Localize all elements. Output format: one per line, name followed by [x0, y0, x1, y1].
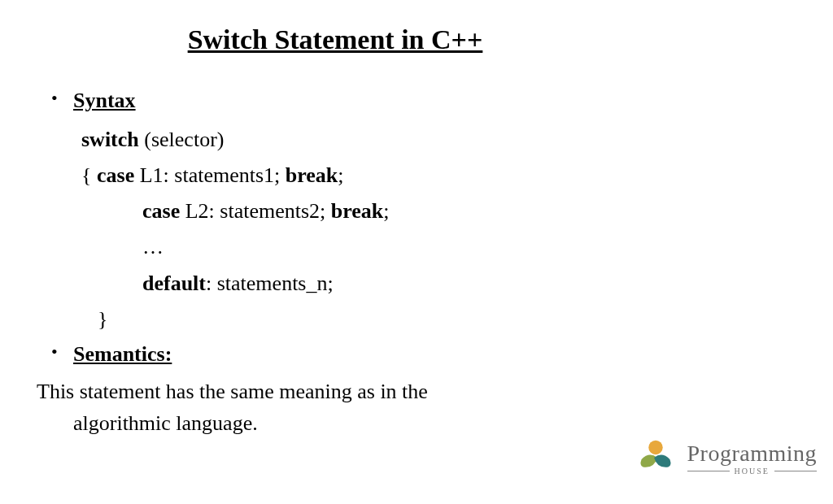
syntax-label: Syntax: [73, 89, 136, 112]
logo-icon: [632, 434, 679, 481]
syntax-bullet: Syntax: [37, 84, 796, 119]
logo-sub-text: HOUSE: [687, 467, 818, 476]
slide-title: Switch Statement in C++: [118, 24, 552, 55]
logo-text: Programming HOUSE: [687, 441, 818, 476]
logo-main-text: Programming: [687, 441, 818, 467]
code-line-4: …: [81, 229, 796, 265]
code-line-6: }: [81, 302, 796, 337]
semantics-text: This statement has the same meaning as i…: [37, 376, 796, 439]
semantics-bullet: Semantics:: [37, 337, 796, 372]
code-line-2: { case L1: statements1; break;: [81, 158, 796, 193]
code-line-3: case L2: statements2; break;: [81, 193, 796, 229]
svg-point-0: [648, 441, 662, 454]
footer-logo: Programming HOUSE: [632, 434, 818, 481]
code-line-5: default: statements_n;: [81, 266, 796, 302]
slide-content: Syntax switch (selector) { case L1: stat…: [37, 84, 796, 439]
code-line-1: switch (selector): [81, 122, 796, 158]
semantics-label: Semantics:: [73, 342, 172, 366]
syntax-code-block: switch (selector) { case L1: statements1…: [37, 122, 796, 337]
